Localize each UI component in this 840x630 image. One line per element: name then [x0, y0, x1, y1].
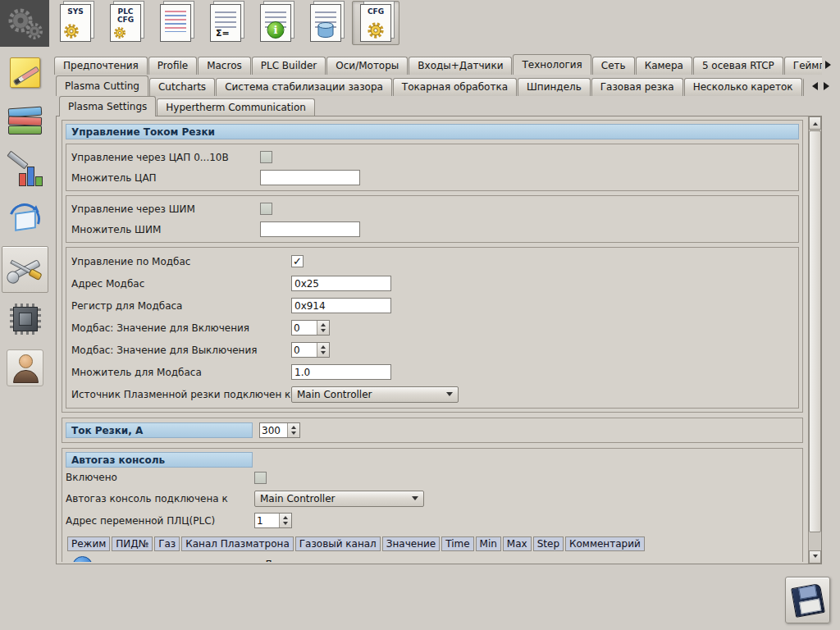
tab-gamepad[interactable]: Геймпад [784, 57, 822, 75]
tab-plasma-cutting[interactable]: Plasma Cutting [56, 75, 148, 96]
sidebar-hardware-button[interactable] [2, 295, 48, 342]
pwm-enable-checkbox[interactable] [260, 203, 272, 215]
spin-up-button[interactable] [317, 343, 329, 350]
settings-content: Управление Током Резки Управление через … [58, 118, 806, 562]
tab-cutcharts[interactable]: Cutcharts [149, 78, 215, 96]
tab-axes-motors[interactable]: Оси/Моторы [326, 57, 408, 75]
modbus-on-value-input[interactable] [292, 321, 317, 335]
info-icon: i [267, 21, 285, 39]
col-max[interactable]: Max [503, 536, 532, 551]
col-mode[interactable]: Режим [67, 536, 110, 551]
spin-up-button[interactable] [317, 321, 329, 328]
spin-buttons [317, 321, 329, 335]
settings-frame: Управление Током Резки Управление через … [56, 116, 822, 564]
sidebar-docs-button[interactable] [2, 98, 48, 145]
toolbar-info-button[interactable]: i [252, 1, 299, 45]
spin-up-button[interactable] [288, 423, 299, 431]
toolbar-plc-cfg-button[interactable]: PLCCFG [102, 1, 149, 45]
col-step[interactable]: Step [533, 536, 564, 551]
toolbar-sys-button[interactable]: SYS [52, 1, 99, 45]
setting-row: Ток Резки, А [66, 422, 799, 439]
col-time[interactable]: Time [441, 536, 473, 551]
autogas-plc-address-spinbox[interactable] [254, 513, 292, 528]
sidebar-diagnostics-button[interactable] [2, 148, 48, 194]
scroll-down-button[interactable] [809, 550, 821, 564]
col-pid[interactable]: ПИД№ [112, 536, 153, 551]
tab-hypertherm-communication[interactable]: Hypertherm Communication [157, 98, 315, 116]
tab-inputs-sensors[interactable]: Входы+Датчики [409, 57, 512, 75]
tab-preferences[interactable]: Предпочтения [54, 57, 148, 75]
arrow-up-icon [283, 514, 288, 519]
tabs2-scroll-left-button[interactable] [806, 78, 819, 94]
tab-gas-cutting[interactable]: Газовая резка [591, 78, 683, 96]
tab-plasma-settings[interactable]: Plasma Settings [59, 96, 156, 116]
floppy-disk-icon [791, 583, 825, 618]
col-comment[interactable]: Комментарий [565, 536, 645, 551]
sidebar-notes-button[interactable] [2, 49, 48, 96]
col-gas-channel[interactable]: Газовый канал [295, 536, 381, 551]
chevron-down-icon [446, 392, 453, 399]
toolbar-log-button[interactable] [152, 1, 199, 45]
cutting-current-input[interactable] [260, 423, 287, 437]
autogas-enabled-checkbox[interactable] [254, 472, 267, 484]
tab-spindle[interactable]: Шпиндель [518, 78, 591, 96]
docs-stack-icon [7, 105, 44, 139]
dac-enable-checkbox[interactable] [260, 151, 272, 163]
spin-down-button[interactable] [288, 431, 299, 438]
arrow-down-icon [291, 431, 296, 437]
scroll-up-button[interactable] [809, 116, 821, 130]
spin-buttons [317, 343, 329, 357]
modbus-mult-input[interactable] [291, 364, 391, 380]
toolbar-cfg-button[interactable]: CFG [352, 1, 399, 45]
col-gas[interactable]: Газ [154, 536, 180, 551]
setting-row: Источник Плазменной резки подключен к Ma… [71, 383, 793, 405]
plasma-source-combobox[interactable]: Main Controller [291, 386, 459, 403]
setting-row: Управление через ЦАП 0...10В [71, 147, 793, 167]
save-button[interactable] [785, 577, 830, 623]
sidebar-cnc-button[interactable] [2, 197, 48, 244]
dac-mult-input[interactable] [260, 170, 360, 185]
system-gears-button[interactable] [0, 0, 49, 47]
gear-icon [367, 21, 385, 39]
tabs1-scroll-right-button[interactable] [824, 57, 837, 72]
autogas-plc-address-input[interactable] [255, 514, 279, 527]
cutting-current-spinbox[interactable] [259, 422, 300, 438]
autogas-connected-combobox[interactable]: Main Controller [254, 491, 424, 507]
scrollbar-thumb[interactable] [809, 130, 821, 532]
modbus-on-value-spinbox[interactable] [291, 320, 330, 336]
tab-technology[interactable]: Технология [513, 54, 591, 75]
mode-icon [72, 556, 93, 562]
tab-profile[interactable]: Profile [148, 57, 197, 75]
tab-lathe[interactable]: Токарная обработка [393, 78, 517, 96]
col-value[interactable]: Значение [382, 536, 440, 551]
pwm-mult-input[interactable] [260, 221, 360, 237]
modbus-register-input[interactable] [291, 298, 391, 313]
spin-down-button[interactable] [317, 350, 329, 358]
tab-thc[interactable]: Система стабилизации зазора [216, 78, 392, 96]
sidebar-user-button[interactable] [2, 345, 48, 391]
tab-5axis-rtcp[interactable]: 5 осевая RTCP [693, 57, 783, 75]
spin-down-button[interactable] [317, 328, 329, 336]
col-torch-channel[interactable]: Канал Плазматрона [181, 536, 294, 551]
current-control-panel: Управление Током Резки Управление через … [62, 120, 803, 413]
tab-plc-builder[interactable]: PLC Builder [252, 57, 326, 75]
sidebar-settings-button[interactable] [2, 246, 48, 293]
modbus-off-value-input[interactable] [292, 343, 317, 357]
tabs2-scroll-right-button[interactable] [822, 78, 835, 94]
spin-up-button[interactable] [280, 514, 291, 521]
toolbar-database-button[interactable] [302, 1, 349, 45]
spin-down-button[interactable] [280, 521, 291, 528]
tab-master[interactable]: Мастер-С [803, 78, 804, 96]
vertical-scrollbar[interactable] [808, 116, 821, 564]
modbus-enable-checkbox[interactable] [291, 255, 304, 267]
tab-multi-carriage[interactable]: Несколько кареток [684, 78, 802, 96]
modbus-off-value-spinbox[interactable] [291, 342, 330, 358]
tab-macros[interactable]: Macros [198, 57, 251, 75]
modbus-address-input[interactable] [291, 276, 391, 291]
col-min[interactable]: Min [476, 536, 501, 551]
toolbar-macro-button[interactable]: Σ= [202, 1, 249, 45]
setting-row: Множитель ЦАП [71, 167, 793, 188]
gas-table-row[interactable]: Д [66, 554, 799, 562]
tab-camera[interactable]: Камера [636, 57, 692, 75]
tab-network[interactable]: Сеть [592, 57, 635, 75]
